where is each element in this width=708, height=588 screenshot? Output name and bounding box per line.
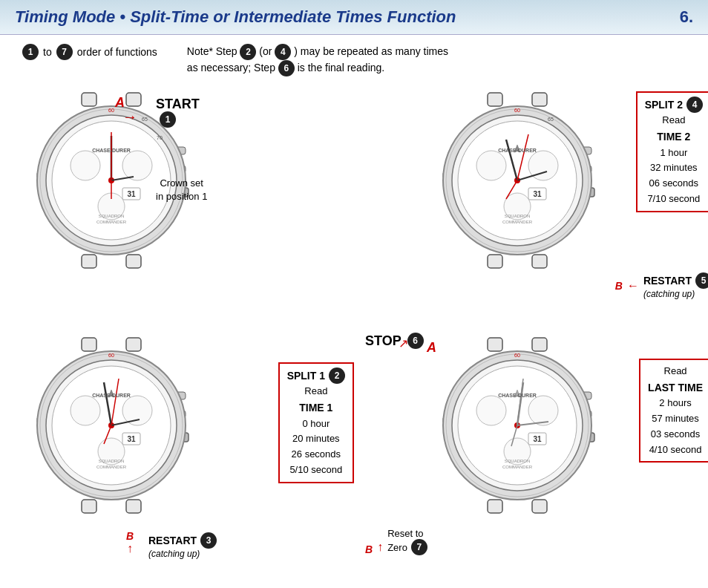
svg-text:CHASE-DURER: CHASE-DURER — [92, 393, 131, 398]
quadrant-1: 31 CHASE-DURER SQUADRON COMMANDER 60 65 … — [7, 80, 361, 325]
svg-rect-0 — [82, 93, 96, 106]
last-time-box: Read LAST TIME 2 hours 57 minutes 03 sec… — [639, 359, 708, 463]
svg-rect-57 — [126, 338, 141, 351]
order-functions-text: 1 to 7 order of functions — [22, 44, 157, 60]
svg-text:60: 60 — [108, 108, 114, 113]
svg-text:60: 60 — [514, 108, 520, 113]
letter-a-q4: A — [427, 340, 436, 356]
restart-q3-label: RESTART 3 (catching up) — [148, 532, 217, 559]
split1-box: SPLIT 1 2 Read TIME 1 0 hour 20 minutes … — [278, 362, 354, 483]
svg-point-13 — [122, 151, 152, 180]
svg-text:SQUADRON: SQUADRON — [505, 459, 531, 463]
svg-text:SQUADRON: SQUADRON — [99, 214, 125, 218]
quadrant-2: 31 CHASE-DURER SQUADRON COMMANDER 60 65 … — [361, 80, 708, 325]
svg-rect-59 — [126, 500, 141, 513]
svg-text:65: 65 — [142, 117, 148, 122]
start-label: START — [156, 97, 200, 112]
svg-text:COMMANDER: COMMANDER — [502, 465, 533, 469]
svg-text:31: 31 — [533, 435, 542, 443]
quadrant-3: 31 CHASE-DURER SQUADRON COMMANDER 60 SPL… — [7, 325, 361, 570]
svg-rect-56 — [82, 338, 96, 351]
svg-rect-58 — [82, 500, 96, 513]
svg-text:CHASE-DURER: CHASE-DURER — [498, 393, 537, 398]
page-header: Timing Mode • Split-Time or Intermediate… — [0, 0, 708, 35]
arrow-q1: → — [122, 108, 137, 125]
badge-1: 1 — [22, 44, 39, 60]
svg-point-95 — [476, 396, 506, 425]
watch-q2: 31 CHASE-DURER SQUADRON COMMANDER 60 65 — [436, 91, 599, 270]
stop-label: STOP 6 — [365, 333, 424, 349]
svg-rect-1 — [126, 93, 141, 106]
svg-text:31: 31 — [127, 190, 136, 198]
svg-text:CHASE-DURER: CHASE-DURER — [498, 148, 537, 153]
restart-q2: B ← RESTART 5 (catching up) — [615, 272, 708, 299]
svg-rect-86 — [532, 500, 547, 513]
badge-note-6: 6 — [278, 60, 295, 76]
step-badge-q1: 1 — [160, 111, 176, 128]
svg-point-68 — [71, 396, 100, 425]
note-text: Note* Step 2 (or 4 ) may be repeated as … — [187, 44, 448, 76]
reset-zero: B ↑ Reset to Zero 7 — [365, 528, 427, 555]
svg-text:CHASE-DURER: CHASE-DURER — [92, 148, 131, 153]
badge-note-2: 2 — [240, 44, 256, 60]
svg-rect-3 — [126, 255, 141, 268]
svg-text:COMMANDER: COMMANDER — [96, 465, 127, 469]
badge-7: 7 — [56, 44, 73, 60]
svg-rect-84 — [532, 338, 547, 351]
svg-point-69 — [122, 396, 152, 425]
split2-box: SPLIT 2 4 Read TIME 2 1 hour 32 minutes … — [636, 91, 708, 212]
restart-q3: B ↑ — [126, 530, 134, 555]
svg-text:COMMANDER: COMMANDER — [96, 220, 127, 224]
badge-note-4: 4 — [275, 44, 291, 60]
svg-text:60: 60 — [514, 353, 520, 358]
page-number: 6. — [680, 7, 693, 27]
svg-rect-28 — [488, 93, 502, 106]
svg-rect-31 — [532, 255, 547, 268]
quadrant-4: 31 CHASE-DURER SQUADRON COMMANDER 60 A ↗… — [361, 325, 708, 570]
svg-rect-85 — [488, 500, 502, 513]
svg-point-96 — [528, 396, 558, 425]
svg-rect-30 — [488, 255, 502, 268]
watch-q4: 31 CHASE-DURER SQUADRON COMMANDER 60 — [436, 336, 599, 514]
svg-rect-83 — [488, 338, 502, 351]
svg-text:SQUADRON: SQUADRON — [505, 214, 531, 218]
page-title: Timing Mode • Split-Time or Intermediate… — [15, 7, 456, 27]
svg-text:60: 60 — [108, 353, 114, 358]
svg-text:70: 70 — [157, 135, 163, 140]
watch-q3: 31 CHASE-DURER SQUADRON COMMANDER 60 — [30, 336, 193, 514]
svg-rect-29 — [532, 93, 547, 106]
svg-point-40 — [476, 151, 506, 180]
svg-text:SQUADRON: SQUADRON — [99, 459, 125, 463]
svg-text:31: 31 — [533, 190, 542, 198]
svg-rect-2 — [82, 255, 96, 268]
svg-text:65: 65 — [548, 117, 554, 122]
svg-text:31: 31 — [127, 435, 136, 443]
svg-text:COMMANDER: COMMANDER — [502, 220, 533, 224]
svg-point-12 — [71, 151, 100, 180]
crown-label: Crown set in position 1 — [156, 177, 207, 203]
